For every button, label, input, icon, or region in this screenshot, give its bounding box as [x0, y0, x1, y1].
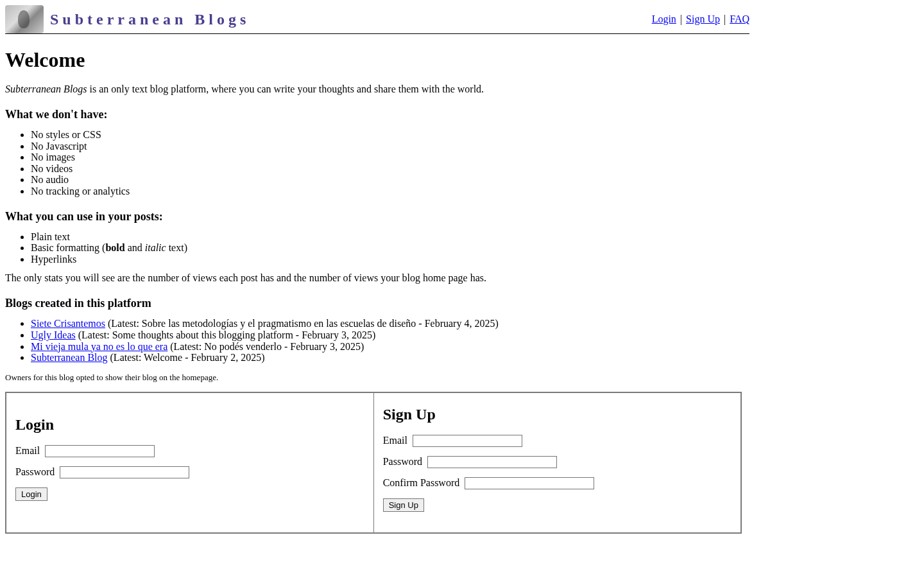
bold-text: bold: [105, 242, 124, 253]
dont-have-list: No styles or CSS No Javascript No images…: [5, 129, 749, 197]
nav-login-link[interactable]: Login: [652, 13, 676, 24]
blogs-heading: Blogs created in this platform: [5, 297, 749, 310]
owners-note: Owners for this blog opted to show their…: [5, 372, 749, 383]
header-nav: Login | Sign Up | FAQ: [652, 13, 749, 25]
blog-link[interactable]: Subterranean Blog: [31, 352, 108, 363]
list-item: Subterranean Blog (Latest: Welcome - Feb…: [31, 352, 749, 363]
list-item: Plain text: [31, 231, 749, 243]
nav-separator: |: [721, 13, 728, 24]
list-item: No videos: [31, 163, 749, 175]
list-item: Siete Crisantemos (Latest: Sobre las met…: [31, 318, 749, 329]
list-item: Basic formatting (bold and italic text): [31, 242, 749, 254]
intro-brand: Subterranean Blogs: [5, 83, 87, 94]
login-email-input[interactable]: [45, 445, 155, 457]
login-password-input[interactable]: [60, 466, 189, 478]
text-fragment: Basic formatting (: [31, 242, 105, 253]
list-item: No tracking or analytics: [31, 186, 749, 197]
list-item: No images: [31, 152, 749, 163]
blog-link[interactable]: Mi vieja mula ya no es lo que era: [31, 341, 167, 352]
signup-confirm-label: Confirm Password: [383, 477, 460, 488]
blog-latest: (Latest: No podés venderlo - February 3,…: [167, 341, 364, 352]
list-item: Ugly Ideas (Latest: Some thoughts about …: [31, 329, 749, 341]
list-item: Hyperlinks: [31, 254, 749, 265]
list-item: Mi vieja mula ya no es lo que era (Lates…: [31, 341, 749, 353]
italic-text: italic: [145, 242, 166, 253]
blog-latest: (Latest: Welcome - February 2, 2025): [108, 352, 265, 363]
blog-link[interactable]: Ugly Ideas: [31, 329, 76, 340]
dont-have-heading: What we don't have:: [5, 108, 749, 121]
signup-title: Sign Up: [383, 406, 732, 423]
list-item: No styles or CSS: [31, 129, 749, 141]
can-use-heading: What you can use in your posts:: [5, 210, 749, 223]
site-logo-icon: [5, 5, 44, 33]
login-title: Login: [15, 416, 364, 434]
can-use-list: Plain text Basic formatting (bold and it…: [5, 231, 749, 265]
nav-separator: |: [678, 13, 685, 24]
stats-paragraph: The only stats you will see are the numb…: [5, 272, 749, 284]
list-item: No audio: [31, 174, 749, 186]
blog-latest: (Latest: Some thoughts about this bloggi…: [76, 329, 376, 340]
signup-email-label: Email: [383, 435, 407, 446]
signup-cell: Sign Up Email Password Confirm Password …: [373, 392, 741, 533]
site-header: Subterranean Blogs Login | Sign Up | FAQ: [5, 5, 749, 34]
signup-password-label: Password: [383, 456, 422, 467]
blog-latest: (Latest: Sobre las metodologías y el pra…: [105, 318, 499, 329]
intro-text: is an only text blog platform, where you…: [87, 83, 484, 94]
text-fragment: and: [125, 242, 145, 253]
login-cell: Login Email Password Login: [6, 392, 373, 533]
blog-link[interactable]: Siete Crisantemos: [31, 318, 105, 329]
intro-paragraph: Subterranean Blogs is an only text blog …: [5, 83, 749, 95]
blogs-list: Siete Crisantemos (Latest: Sobre las met…: [5, 318, 749, 363]
signup-email-input[interactable]: [413, 435, 522, 447]
list-item: No Javascript: [31, 141, 749, 152]
signup-confirm-input[interactable]: [465, 477, 594, 489]
login-email-label: Email: [15, 445, 40, 456]
auth-forms-table: Login Email Password Login Sign Up Email: [5, 392, 742, 534]
login-password-label: Password: [15, 466, 55, 477]
signup-password-input[interactable]: [427, 456, 557, 468]
nav-faq-link[interactable]: FAQ: [730, 13, 749, 24]
page-title: Welcome: [5, 48, 749, 72]
login-button[interactable]: Login: [15, 487, 47, 501]
text-fragment: text): [166, 242, 187, 253]
signup-button[interactable]: Sign Up: [383, 498, 424, 512]
site-title: Subterranean Blogs: [50, 11, 250, 28]
nav-signup-link[interactable]: Sign Up: [686, 13, 720, 24]
